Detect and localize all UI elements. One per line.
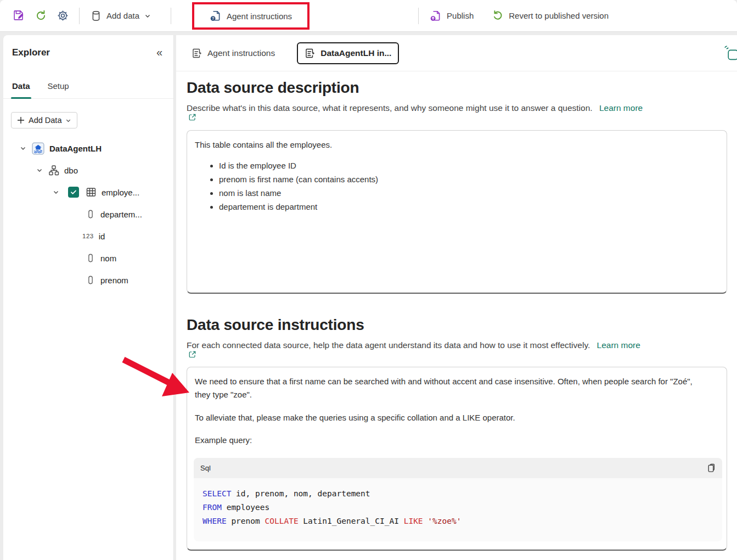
main-tabbar: Agent instructions DataAgentLH in...: [176, 35, 737, 71]
publish-label: Publish: [447, 11, 474, 20]
chevron-down-icon: [65, 117, 71, 124]
tree-item-label: prenom: [100, 276, 128, 285]
toolbar-divider: [171, 8, 171, 24]
table-checkbox-checked[interactable]: [68, 187, 79, 198]
instructions-subtitle-text: For each connected data source, help the…: [187, 340, 590, 350]
schema-icon: [48, 165, 59, 176]
code-line-2: FROM employees: [202, 501, 713, 514]
text-column-icon: [86, 275, 95, 285]
document-sparkle-icon: [192, 48, 202, 59]
description-bullet: Id is the employee ID: [219, 160, 719, 171]
agent-instructions-button[interactable]: ? Agent instructions: [204, 5, 297, 27]
top-toolbar: Add data ? Agent instructions: [0, 0, 737, 32]
add-data-dropdown[interactable]: Add data: [85, 5, 156, 27]
instructions-textarea[interactable]: We need to ensure that a first name can …: [187, 367, 727, 551]
external-link-icon: [188, 113, 196, 121]
tree-item-label: DataAgentLH: [49, 144, 102, 153]
add-data-button-label: Add Data: [29, 116, 61, 125]
sql-text: prenom: [227, 517, 265, 525]
multitask-pages-icon[interactable]: [723, 45, 737, 61]
revert-label: Revert to published version: [509, 11, 609, 20]
lakehouse-icon: [32, 142, 44, 155]
tree-item-departement[interactable]: departem...: [3, 203, 173, 225]
code-block-header: Sql: [194, 458, 722, 478]
sql-keyword: LIKE: [404, 517, 423, 525]
description-bullet: departement is department: [219, 201, 719, 212]
sql-string: '%zoe%': [423, 517, 462, 525]
text-column-icon: [86, 253, 95, 263]
tree-item-id[interactable]: 123 id: [3, 225, 173, 247]
svg-text:?: ?: [212, 16, 214, 21]
tree-item-employees[interactable]: employe...: [3, 181, 173, 203]
tree-item-dbo[interactable]: dbo: [3, 159, 173, 181]
tree-item-label: id: [99, 232, 105, 241]
description-section-title: Data source description: [187, 79, 359, 97]
explorer-title: Explorer: [12, 47, 50, 58]
tree-item-label: employe...: [102, 188, 139, 197]
table-icon: [86, 187, 97, 198]
publish-icon: [430, 10, 442, 22]
tab-setup[interactable]: Setup: [48, 78, 69, 98]
publish-button[interactable]: Publish: [424, 5, 479, 27]
description-section-subtitle: Describe what's in this data source, wha…: [187, 103, 730, 121]
document-sparkle-icon: [305, 48, 316, 59]
description-textarea[interactable]: This table contains all the employees. I…: [187, 130, 727, 294]
agent-instructions-icon: ?: [210, 10, 222, 22]
tab-label: DataAgentLH in...: [320, 48, 391, 58]
revert-icon: [492, 10, 504, 21]
tree-item-dataagentlh[interactable]: DataAgentLH: [3, 137, 173, 159]
plus-icon: [17, 116, 25, 124]
instructions-paragraph-3: Example query:: [195, 434, 719, 447]
tab-dataagentlh-instructions[interactable]: DataAgentLH in...: [297, 42, 399, 64]
sql-text: employees: [222, 503, 269, 512]
instructions-paragraph-1: We need to ensure that a first name can …: [195, 375, 702, 401]
instructions-section-subtitle: For each connected data source, help the…: [187, 340, 730, 359]
instructions-section-title: Data source instructions: [187, 316, 364, 334]
chevron-down-icon[interactable]: [52, 188, 60, 197]
refresh-button[interactable]: [30, 5, 52, 27]
tab-agent-instructions[interactable]: Agent instructions: [185, 43, 282, 63]
copy-icon: [705, 463, 716, 473]
toolbar-divider: [79, 8, 80, 24]
chevron-down-icon: [144, 13, 151, 19]
number-column-icon: 123: [82, 233, 94, 239]
tree-item-nom[interactable]: nom: [3, 247, 173, 269]
chevron-down-icon[interactable]: [35, 166, 44, 175]
description-subtitle-text: Describe what's in this data source, wha…: [187, 103, 593, 113]
text-column-icon: [86, 209, 95, 219]
add-data-button[interactable]: Add Data: [11, 112, 77, 128]
explorer-panel: Explorer « Data Setup Add Data DataAgent…: [3, 35, 174, 560]
tab-data[interactable]: Data: [12, 78, 30, 98]
code-language-label: Sql: [200, 464, 211, 472]
description-bullet: nom is last name: [219, 188, 719, 199]
agent-instructions-highlight: ? Agent instructions: [192, 2, 310, 30]
description-bullet: prenom is first name (can contains accen…: [219, 174, 719, 185]
learn-more-label: Learn more: [599, 103, 643, 113]
sql-keyword: COLLATE: [265, 517, 299, 525]
save-button[interactable]: [8, 5, 30, 27]
refresh-icon: [35, 10, 47, 21]
agent-instructions-label: Agent instructions: [227, 12, 292, 21]
sql-text: Latin1_General_CI_AI: [299, 517, 404, 525]
description-intro: This table contains all the employees.: [195, 139, 719, 150]
revert-button[interactable]: Revert to published version: [487, 5, 614, 27]
description-bullets: Id is the employee ID prenom is first na…: [219, 160, 719, 212]
copy-code-button[interactable]: [705, 463, 716, 473]
tree-item-label: nom: [100, 254, 116, 263]
sql-keyword: WHERE: [202, 517, 227, 525]
sql-keyword: SELECT: [202, 489, 231, 498]
gear-icon: [57, 10, 69, 21]
explorer-tabbar: Data Setup: [3, 78, 173, 99]
tree-item-prenom[interactable]: prenom: [3, 269, 173, 291]
settings-button[interactable]: [52, 5, 74, 27]
sql-keyword: FROM: [202, 503, 222, 512]
learn-more-label: Learn more: [597, 340, 640, 350]
chevron-down-icon[interactable]: [19, 144, 27, 153]
save-icon: [13, 10, 25, 21]
tree-item-label: departem...: [100, 210, 142, 219]
code-line-3: WHERE prenom COLLATE Latin1_General_CI_A…: [202, 514, 713, 528]
collapse-panel-icon[interactable]: «: [156, 46, 162, 59]
code-body[interactable]: SELECT id, prenom, nom, departement FROM…: [194, 478, 722, 537]
database-icon: [91, 10, 102, 21]
toolbar-divider: [418, 8, 419, 24]
